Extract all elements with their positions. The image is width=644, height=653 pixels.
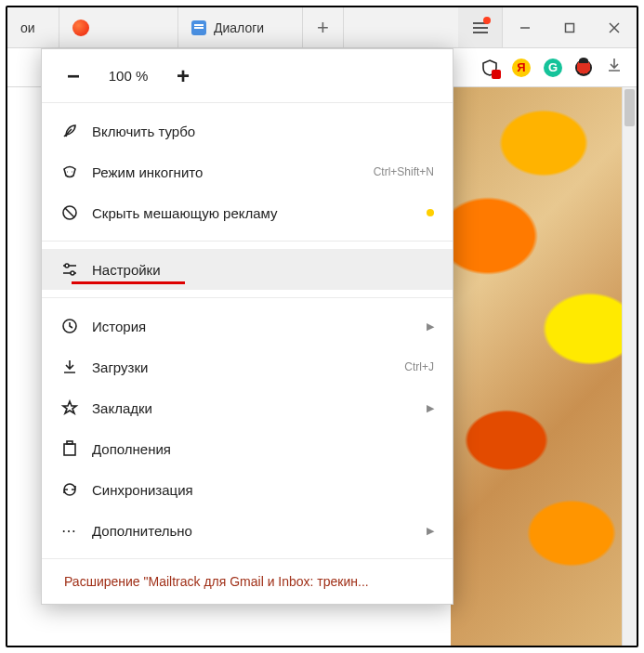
block-icon — [60, 203, 79, 222]
menu-addons-label: Дополнения — [92, 441, 434, 457]
downloads-toolbar-icon[interactable] — [605, 56, 624, 79]
menu-incognito-shortcut: Ctrl+Shift+N — [374, 165, 434, 178]
menu-settings-label: Настройки — [92, 262, 434, 278]
svg-line-5 — [65, 208, 74, 217]
svg-rect-1 — [566, 23, 574, 32]
menu-item-hide-ads[interactable]: Скрыть мешающую рекламу — [42, 192, 453, 233]
menu-item-downloads[interactable]: Загрузки Ctrl+J — [42, 346, 453, 387]
download-icon — [60, 358, 79, 376]
indicator-dot — [427, 209, 434, 216]
menu-downloads-label: Загрузки — [92, 359, 391, 375]
menu-incognito-label: Режим инкогнито — [92, 164, 361, 180]
notification-dot — [483, 17, 491, 24]
chat-icon — [191, 20, 206, 35]
menu-item-settings[interactable]: Настройки — [42, 249, 453, 290]
window-maximize-button[interactable] — [547, 7, 592, 47]
tab-active-orange[interactable] — [59, 7, 178, 47]
chevron-right-icon: ▶ — [427, 525, 434, 537]
new-tab-button[interactable]: + — [303, 7, 344, 47]
more-icon: ⋯ — [60, 521, 79, 540]
svg-rect-11 — [64, 444, 75, 455]
history-icon — [60, 317, 79, 335]
zoom-out-button[interactable]: − — [60, 63, 86, 89]
menu-sync-label: Синхронизация — [92, 482, 434, 498]
addons-icon — [60, 439, 79, 458]
svg-point-9 — [71, 271, 74, 275]
window-close-button[interactable] — [592, 7, 637, 47]
menu-item-addons[interactable]: Дополнения — [42, 428, 453, 469]
rocket-icon — [60, 122, 79, 140]
tab-fragment-label: ои — [20, 20, 35, 35]
window-minimize-button[interactable] — [503, 7, 547, 47]
menu-bookmarks-label: Закладки — [92, 400, 414, 416]
tab-dialogs-label: Диалоги — [214, 20, 264, 35]
protect-icon[interactable] — [480, 59, 499, 77]
svg-rect-12 — [67, 441, 72, 444]
main-menu-button[interactable] — [458, 7, 503, 47]
yandex-icon[interactable]: Я — [512, 59, 531, 77]
grammarly-icon[interactable]: G — [544, 59, 562, 77]
ladybug-icon[interactable] — [575, 59, 592, 76]
incognito-icon — [60, 163, 79, 181]
menu-more-label: Дополнительно — [92, 523, 414, 539]
zoom-in-button[interactable]: + — [170, 63, 196, 89]
zoom-value: 100 % — [86, 68, 170, 84]
menu-item-turbo[interactable]: Включить турбо — [42, 111, 453, 151]
menu-item-sync[interactable]: Синхронизация — [42, 469, 453, 510]
menu-item-bookmarks[interactable]: Закладки ▶ — [42, 387, 453, 428]
chevron-right-icon: ▶ — [427, 402, 434, 414]
menu-downloads-shortcut: Ctrl+J — [404, 360, 434, 373]
tab-favicon-orange — [72, 20, 89, 36]
svg-point-8 — [65, 264, 69, 268]
menu-item-history[interactable]: История ▶ — [42, 306, 453, 346]
star-icon — [60, 398, 79, 417]
menu-hide-ads-label: Скрыть мешающую рекламу — [92, 205, 414, 221]
menu-turbo-label: Включить турбо — [92, 124, 434, 139]
menu-item-incognito[interactable]: Режим инкогнито Ctrl+Shift+N — [42, 151, 453, 192]
chevron-right-icon: ▶ — [427, 320, 434, 333]
main-menu-dropdown: − 100 % + Включить турбо Режим инкогнито… — [41, 48, 453, 605]
extension-notice[interactable]: Расширение "Mailtrack для Gmail и Inbox:… — [42, 559, 453, 604]
page-background — [451, 87, 637, 646]
vertical-scrollbar[interactable] — [622, 87, 637, 646]
sync-icon — [60, 480, 79, 499]
zoom-controls: − 100 % + — [42, 49, 453, 103]
tab-dialogs[interactable]: Диалоги — [178, 7, 303, 47]
settings-icon — [60, 260, 79, 279]
tab-truncated[interactable]: ои — [7, 7, 59, 47]
menu-item-more[interactable]: ⋯ Дополнительно ▶ — [42, 510, 453, 551]
menu-history-label: История — [92, 319, 414, 334]
titlebar: ои Диалоги + — [7, 7, 637, 48]
